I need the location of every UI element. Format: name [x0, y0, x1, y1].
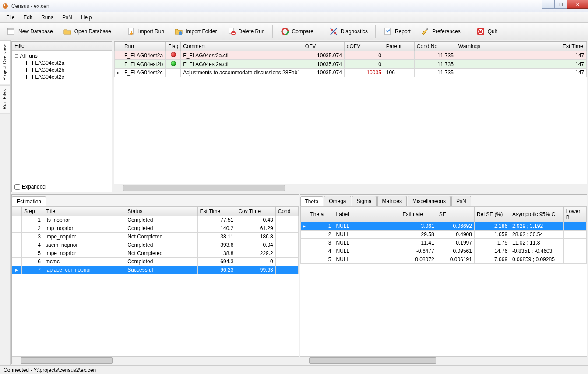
- estimation-panel: Estimation Step Title Status Est Time Co…: [11, 194, 299, 364]
- minimize-button[interactable]: —: [542, 0, 555, 9]
- table-row[interactable]: F_FLAG04est2bF_FLAG04est2a.ctl10035.0740…: [115, 60, 587, 69]
- theta-table[interactable]: Theta Label Estimate SE Rel SE (%) Asymp…: [300, 206, 587, 264]
- table-row[interactable]: 2NULL29.580.49081.65928.62 ; 30.54: [300, 231, 587, 239]
- table-row[interactable]: F_FLAG04est2aF_FLAG04est2a.ctl10035.0740…: [115, 51, 587, 60]
- tab-psn[interactable]: PsN: [451, 196, 471, 206]
- menu-runs[interactable]: Runs: [37, 13, 58, 22]
- flag-green-icon: [171, 61, 176, 66]
- quit-button[interactable]: Quit: [472, 25, 501, 38]
- tab-estimation[interactable]: Estimation: [12, 196, 46, 206]
- compare-icon: [280, 27, 290, 36]
- col-estimate[interactable]: Estimate: [400, 207, 437, 222]
- col-covtime[interactable]: Cov Time: [236, 207, 275, 216]
- table-row[interactable]: 4NULL-0.64770.0956114.76-0.8351 ; -0.460…: [300, 247, 587, 255]
- col-dofv[interactable]: dOFV: [344, 42, 384, 51]
- table-row[interactable]: 3impe_nopriorNot Completed38.11186.8: [12, 233, 299, 241]
- table-row[interactable]: 2imp_nopriorCompleted140.261.29: [12, 224, 299, 233]
- col-marker[interactable]: [115, 42, 122, 51]
- close-button[interactable]: ✕: [567, 0, 588, 9]
- table-row[interactable]: 1its_nopriorCompleted77.510.43: [12, 216, 299, 224]
- tree-item[interactable]: F_FLAG04est2a: [14, 59, 110, 66]
- col-label[interactable]: Label: [334, 207, 400, 222]
- estimation-hscroll[interactable]: [12, 356, 299, 364]
- menu-edit[interactable]: Edit: [19, 13, 37, 22]
- tree-root[interactable]: All runs: [14, 52, 110, 59]
- tree-item[interactable]: F_FLAG04est2b: [14, 66, 110, 73]
- col-title[interactable]: Title: [43, 207, 125, 216]
- side-tab-files[interactable]: Run Files: [0, 85, 10, 113]
- side-tabs: Project Overview Run Files: [0, 40, 11, 365]
- tab-omega[interactable]: Omega: [324, 196, 351, 206]
- table-row[interactable]: 4saem_nopriorCompleted393.60.04: [12, 241, 299, 249]
- col-esttime[interactable]: Est Time: [560, 42, 587, 51]
- titlebar: Census - ex.cen — ☐ ✕: [0, 0, 588, 12]
- table-row[interactable]: ▸7laplace_cei_nopriorSuccessful96.2399.6…: [12, 266, 299, 274]
- col-theta[interactable]: Theta: [308, 207, 334, 222]
- svg-point-9: [334, 32, 336, 34]
- import-run-icon: [127, 27, 136, 36]
- table-row[interactable]: 5impe_nopriorNot Completed38.8229.2: [12, 249, 299, 258]
- report-button[interactable]: Report: [379, 25, 415, 38]
- new-database-button[interactable]: New Database: [3, 25, 57, 38]
- col-lowerb[interactable]: Lower B: [563, 207, 586, 222]
- col-se[interactable]: SE: [437, 207, 474, 222]
- new-db-icon: [7, 27, 16, 36]
- col-step[interactable]: Step: [21, 207, 43, 216]
- maximize-button[interactable]: ☐: [554, 0, 567, 9]
- expanded-checkbox[interactable]: [14, 184, 20, 190]
- col-cond[interactable]: Cond: [275, 207, 298, 216]
- toolbar: New Database Open Database Import Run Im…: [0, 23, 588, 40]
- runs-table[interactable]: Run Flag Comment OFV dOFV Parent Cond No…: [114, 42, 587, 77]
- svg-rect-4: [128, 28, 133, 34]
- preferences-button[interactable]: Preferences: [416, 25, 465, 38]
- svg-rect-10: [385, 28, 390, 35]
- table-row[interactable]: 6mcmcCompleted694.30: [12, 258, 299, 266]
- col-warnings[interactable]: Warnings: [456, 42, 560, 51]
- tab-theta[interactable]: Theta: [300, 196, 324, 206]
- menu-file[interactable]: File: [2, 13, 19, 22]
- runs-grid: Run Flag Comment OFV dOFV Parent Cond No…: [114, 41, 587, 192]
- tab-miscellaneous[interactable]: Miscellaneous: [408, 196, 451, 206]
- col-comment[interactable]: Comment: [181, 42, 303, 51]
- col-esttime[interactable]: Est Time: [197, 207, 236, 216]
- menu-help[interactable]: Help: [77, 13, 96, 22]
- col-marker[interactable]: [12, 207, 22, 216]
- delete-run-button[interactable]: Delete Run: [223, 25, 269, 38]
- tab-sigma[interactable]: Sigma: [352, 196, 377, 206]
- runs-hscroll[interactable]: [114, 184, 587, 192]
- app-icon: [2, 3, 9, 10]
- col-flag[interactable]: Flag: [166, 42, 181, 51]
- table-row[interactable]: ▸F_FLAG04est2cAdjustments to accommodate…: [115, 69, 587, 77]
- open-database-button[interactable]: Open Database: [59, 25, 115, 38]
- status-text: Connected - Y:\projects\census2\ex.cen: [4, 367, 96, 373]
- col-relse[interactable]: Rel SE (%): [474, 207, 510, 222]
- import-run-button[interactable]: Import Run: [123, 25, 168, 38]
- col-marker[interactable]: [300, 207, 308, 222]
- tab-matrices[interactable]: Matrices: [377, 196, 407, 206]
- diagnostics-button[interactable]: Diagnostics: [325, 25, 372, 38]
- delete-run-icon: [227, 27, 236, 36]
- table-row[interactable]: 3NULL11.410.19971.7511.02 ; 11.8: [300, 239, 587, 247]
- estimation-table[interactable]: Step Title Status Est Time Cov Time Cond…: [12, 206, 299, 274]
- menu-psn[interactable]: PsN: [58, 13, 77, 22]
- compare-button[interactable]: Compare: [276, 25, 317, 38]
- filter-header: Filter: [12, 42, 112, 51]
- theta-hscroll[interactable]: [300, 356, 587, 364]
- col-run[interactable]: Run: [122, 42, 166, 51]
- col-status[interactable]: Status: [125, 207, 197, 216]
- svg-point-1: [4, 4, 5, 6]
- col-parent[interactable]: Parent: [384, 42, 414, 51]
- table-row[interactable]: 5NULL0.080720.0061917.6690.06859 ; 0.092…: [300, 255, 587, 264]
- svg-point-0: [3, 3, 8, 9]
- filter-tree[interactable]: All runs F_FLAG04est2a F_FLAG04est2b F_F…: [12, 51, 112, 182]
- import-folder-icon: [174, 27, 183, 36]
- tree-item[interactable]: F_FLAG04est2c: [14, 73, 110, 80]
- side-tab-overview[interactable]: Project Overview: [0, 40, 10, 84]
- table-row[interactable]: ▸1NULL3.0610.066922.1862.929 ; 3.192: [300, 222, 587, 231]
- col-ci[interactable]: Asymptotic 95% CI: [510, 207, 564, 222]
- import-folder-button[interactable]: Import Folder: [170, 25, 221, 38]
- quit-icon: [476, 27, 486, 36]
- menubar: File Edit Runs PsN Help: [0, 12, 588, 23]
- col-ofv[interactable]: OFV: [303, 42, 344, 51]
- col-condno[interactable]: Cond No: [414, 42, 456, 51]
